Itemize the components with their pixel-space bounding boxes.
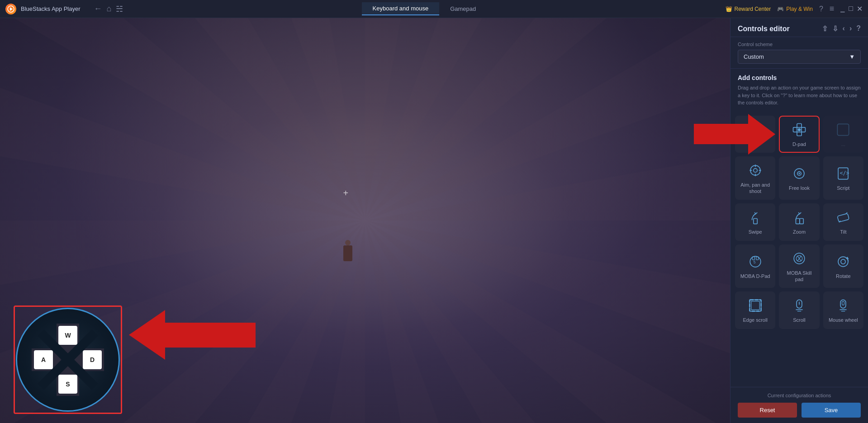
dpad-circle: W S A D [16,308,120,412]
export-icon[interactable]: ⇩ [832,24,838,33]
tab-keyboard[interactable]: Keyboard and mouse [362,2,440,15]
dpad-key-up: W [58,326,77,345]
freelook-icon [791,165,808,182]
tilt-icon [835,209,852,226]
svg-point-43 [842,301,844,305]
control-item-edgescroll[interactable]: Edge scroll [735,291,775,329]
reward-icon: 👑 [726,6,732,12]
svg-text:</>: </> [840,169,849,176]
scheme-chevron: ▼ [849,53,855,60]
scheme-select[interactable]: Custom ▼ [738,50,861,64]
aim-icon [747,162,764,179]
dpad-key-down: S [58,375,77,394]
svg-point-19 [798,173,800,174]
close-icon[interactable]: ✕ [857,5,863,13]
svg-point-4 [752,125,758,131]
scheme-value: Custom [744,53,764,60]
scheme-row: Control scheme Custom ▼ [730,37,868,69]
mobaskill-label: MOBA Skill pad [783,270,816,283]
restore-icon[interactable]: □ [849,5,853,13]
svg-point-33 [841,259,845,264]
panel-title-icons: ⇧ ⇩ ‹ › ? [822,24,861,33]
dpad-key-right: D [83,350,102,369]
control-item-mobadpad[interactable]: 5 MOBA D-Pad [735,244,775,288]
mousewheel-label: Mouse wheel [829,317,858,323]
dpad-icon [791,121,808,138]
footer-label: Current configuration actions [738,393,861,398]
play-win-button[interactable]: 🎮 Play & Win [777,6,813,12]
title-right: 👑 Reward Center 🎮 Play & Win ? ≡ ⎯ □ ✕ [726,4,863,14]
control-item-freelook[interactable]: Free look [779,156,819,200]
panel-header: Controls editor ⇧ ⇩ ‹ › ? [730,18,868,37]
aim-label: Aim, pan and shoot [739,182,772,195]
tab-gamepad[interactable]: Gamepad [439,2,487,15]
save-button[interactable]: Save [802,403,861,418]
reward-center-button[interactable]: 👑 Reward Center [726,6,771,12]
control-item-placeholder[interactable]: ... [823,116,863,153]
scroll-label: Scroll [793,317,806,323]
svg-rect-25 [837,214,849,222]
add-controls-title: Add controls [738,74,861,81]
playwin-label: Play & Win [786,6,813,12]
tap-icon [747,121,764,138]
svg-rect-37 [751,301,759,310]
control-item-mobaskill[interactable]: MOBA Skill pad [779,244,819,288]
menu-icon[interactable]: ≡ [830,4,835,14]
game-crosshair: + [343,188,349,198]
reset-button[interactable]: Reset [738,403,797,418]
arrow-head-left [129,310,165,360]
dpad-label: D-pad [792,141,806,147]
game-area: + W S A [0,18,730,423]
control-item-zoom[interactable]: Zoom [779,203,819,240]
title-bar: BlueStacks App Player ← ⌂ ☵ Keyboard and… [0,0,868,18]
control-item-swipe[interactable]: Swipe [735,203,775,240]
game-background: + W S A [0,18,730,423]
tap-label: Tap [751,141,759,147]
app-name: BlueStacks App Player [21,5,81,12]
control-item-script[interactable]: </> Script [823,156,863,200]
scheme-label: Control scheme [738,42,861,47]
svg-rect-22 [753,219,757,224]
minimize-icon[interactable]: ⎯ [840,5,845,13]
control-item-tilt[interactable]: Tilt [823,203,863,240]
swipe-label: Swipe [749,229,762,235]
zoom-label: Zoom [793,229,806,235]
prev-icon[interactable]: ‹ [843,24,845,33]
help-icon[interactable]: ? [819,5,823,13]
upload-icon[interactable]: ⇧ [822,24,828,33]
panel-help-icon[interactable]: ? [856,24,861,33]
control-item-aim[interactable]: Aim, pan and shoot [735,156,775,200]
freelook-label: Free look [789,185,810,191]
svg-point-9 [798,128,801,131]
control-item-dpad[interactable]: D-pad [779,116,819,153]
arrow-body-left [165,323,256,348]
dpad-shape: W S A D [32,324,104,396]
game-character [343,245,352,261]
controls-panel: Controls editor ⇧ ⇩ ‹ › ? Control scheme… [730,18,868,423]
control-item-scroll[interactable]: Scroll [779,291,819,329]
next-icon[interactable]: › [849,24,852,33]
playwin-icon: 🎮 [777,6,784,12]
svg-text:5: 5 [753,260,755,264]
control-item-tap[interactable]: Tap [735,116,775,153]
main-content: + W S A [0,18,868,423]
control-item-mousewheel[interactable]: Mouse wheel [823,291,863,329]
mobaskill-icon [791,250,808,267]
reward-label: Reward Center [735,6,771,12]
mobadpad-icon: 5 [747,253,764,270]
footer-buttons: Reset Save [738,403,861,418]
swipe-icon [747,209,764,226]
panel-title-text: Controls editor [738,25,790,33]
svg-rect-24 [800,219,803,224]
window-controls: ⎯ □ ✕ [840,5,863,13]
home-icon[interactable]: ⌂ [107,4,112,14]
app-logo [5,4,16,14]
left-arrow-container [129,310,256,360]
control-item-rotate[interactable]: Rotate [823,244,863,288]
back-icon[interactable]: ← [94,4,102,14]
left-red-arrow [129,310,256,360]
panel-footer: Current configuration actions Reset Save [730,387,868,423]
title-nav: ← ⌂ ☵ [94,4,123,14]
layout-icon[interactable]: ☵ [116,4,123,14]
scroll-icon [791,297,808,314]
